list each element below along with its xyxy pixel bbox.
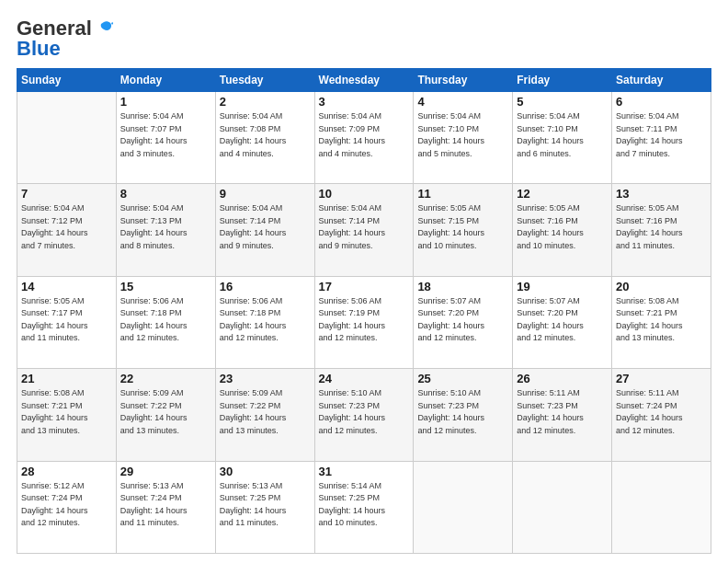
day-number: 27 [616,372,707,385]
calendar-cell: 2Sunrise: 5:04 AMSunset: 7:08 PMDaylight… [215,92,314,184]
day-detail-line: Daylight: 14 hours [220,228,287,237]
day-detail-line: Daylight: 14 hours [417,321,484,330]
day-detail-line: and 12 minutes. [616,426,675,435]
day-detail-line: Sunrise: 5:04 AM [220,203,283,213]
calendar-cell: 25Sunrise: 5:10 AMSunset: 7:23 PMDayligh… [414,369,513,461]
day-detail-line: Daylight: 14 hours [319,321,386,330]
day-detail-line: Sunset: 7:07 PM [120,124,182,133]
day-detail-line: Sunrise: 5:11 AM [616,388,679,397]
day-number: 26 [517,372,608,385]
day-detail-line: Daylight: 14 hours [616,136,683,145]
day-detail-line: Daylight: 14 hours [417,136,484,145]
day-detail: Sunrise: 5:06 AMSunset: 7:19 PMDaylight:… [319,295,410,345]
day-detail-line: Sunset: 7:09 PM [319,124,381,133]
day-detail-line: Sunrise: 5:08 AM [616,296,679,305]
calendar-cell: 18Sunrise: 5:07 AMSunset: 7:20 PMDayligh… [414,276,513,368]
weekday-header-saturday: Saturday [612,69,711,92]
day-detail: Sunrise: 5:07 AMSunset: 7:20 PMDaylight:… [417,295,508,345]
day-detail-line: Sunset: 7:16 PM [616,216,677,225]
day-detail-line: Sunset: 7:11 PM [616,124,677,133]
day-detail-line: Sunrise: 5:14 AM [319,481,382,490]
day-detail-line: Sunrise: 5:09 AM [220,388,283,397]
day-detail-line: Sunset: 7:14 PM [319,216,381,225]
calendar-cell: 20Sunrise: 5:08 AMSunset: 7:21 PMDayligh… [612,276,711,368]
day-detail: Sunrise: 5:04 AMSunset: 7:14 PMDaylight:… [319,202,410,252]
day-detail-line: Daylight: 14 hours [319,413,386,422]
day-detail-line: Sunrise: 5:12 AM [21,481,85,490]
day-detail-line: Sunrise: 5:04 AM [417,111,481,121]
day-detail-line: and 6 minutes. [517,149,571,158]
day-detail-line: Sunset: 7:24 PM [21,493,83,502]
day-detail-line: Daylight: 14 hours [220,506,287,515]
day-detail-line: Sunset: 7:21 PM [616,308,677,317]
day-detail-line: and 12 minutes. [220,333,279,342]
day-number: 14 [21,280,112,293]
day-detail: Sunrise: 5:13 AMSunset: 7:24 PMDaylight:… [120,480,211,530]
day-detail-line: and 13 minutes. [21,426,80,435]
day-detail-line: Sunrise: 5:05 AM [417,203,481,213]
logo-bird-icon [94,18,114,39]
day-number: 11 [417,187,508,201]
day-detail-line: Daylight: 14 hours [417,228,484,237]
day-detail-line: Daylight: 14 hours [21,228,88,237]
day-number: 15 [120,280,211,293]
day-number: 19 [517,280,608,293]
day-number: 16 [220,280,311,293]
day-detail-line: Daylight: 14 hours [220,413,287,422]
day-number: 24 [319,372,410,385]
day-detail-line: and 7 minutes. [21,241,75,250]
day-detail: Sunrise: 5:04 AMSunset: 7:12 PMDaylight:… [21,202,112,252]
day-detail: Sunrise: 5:14 AMSunset: 7:25 PMDaylight:… [319,480,410,530]
day-detail-line: Sunrise: 5:06 AM [220,296,283,305]
weekday-header-friday: Friday [513,69,612,92]
day-number: 23 [220,372,311,385]
day-detail-line: Sunset: 7:20 PM [517,308,578,317]
calendar-cell: 7Sunrise: 5:04 AMSunset: 7:12 PMDaylight… [17,184,117,276]
day-number: 3 [319,95,410,109]
day-detail-line: and 13 minutes. [120,426,179,435]
day-detail-line: Sunset: 7:23 PM [417,401,479,410]
day-detail: Sunrise: 5:04 AMSunset: 7:14 PMDaylight:… [220,202,311,252]
day-detail: Sunrise: 5:12 AMSunset: 7:24 PMDaylight:… [21,480,112,530]
day-detail-line: and 11 minutes. [120,518,179,527]
day-number: 12 [517,187,608,201]
day-detail-line: Sunset: 7:19 PM [319,308,381,317]
weekday-header-sunday: Sunday [17,69,117,92]
calendar-cell: 28Sunrise: 5:12 AMSunset: 7:24 PMDayligh… [17,461,117,553]
calendar-cell: 19Sunrise: 5:07 AMSunset: 7:20 PMDayligh… [513,276,612,368]
day-detail: Sunrise: 5:10 AMSunset: 7:23 PMDaylight:… [417,387,508,437]
day-detail-line: Sunset: 7:25 PM [319,493,381,502]
calendar-cell [17,92,117,184]
day-detail-line: Sunset: 7:18 PM [220,308,281,317]
calendar-cell: 13Sunrise: 5:05 AMSunset: 7:16 PMDayligh… [612,184,711,276]
day-detail-line: Sunset: 7:22 PM [220,401,281,410]
day-detail-line: and 12 minutes. [21,518,80,527]
day-detail-line: Sunrise: 5:13 AM [220,481,283,490]
day-detail-line: Sunrise: 5:04 AM [517,111,580,121]
day-detail-line: Daylight: 14 hours [220,136,287,145]
day-detail-line: Sunrise: 5:04 AM [319,203,382,213]
day-number: 18 [417,280,508,293]
day-detail-line: Daylight: 14 hours [21,413,88,422]
day-detail: Sunrise: 5:05 AMSunset: 7:17 PMDaylight:… [21,295,112,345]
day-detail-line: Daylight: 14 hours [517,413,584,422]
day-detail-line: and 12 minutes. [517,426,575,435]
day-detail-line: and 13 minutes. [220,426,279,435]
day-number: 10 [319,187,410,201]
day-detail: Sunrise: 5:08 AMSunset: 7:21 PMDaylight:… [616,295,707,345]
day-detail-line: Sunrise: 5:08 AM [21,388,85,397]
calendar-cell: 1Sunrise: 5:04 AMSunset: 7:07 PMDaylight… [116,92,215,184]
day-detail: Sunrise: 5:10 AMSunset: 7:23 PMDaylight:… [319,387,410,437]
day-number: 4 [417,95,508,109]
day-detail-line: and 12 minutes. [417,426,476,435]
day-detail-line: Sunset: 7:10 PM [517,124,578,133]
day-detail-line: Daylight: 14 hours [517,228,584,237]
day-detail-line: Sunset: 7:25 PM [220,493,281,502]
day-detail-line: Daylight: 14 hours [616,321,683,330]
day-detail-line: Sunset: 7:10 PM [417,124,479,133]
day-detail-line: Sunset: 7:23 PM [319,401,381,410]
day-detail-line: and 11 minutes. [616,241,675,250]
day-number: 29 [120,465,211,478]
day-detail-line: Daylight: 14 hours [319,506,386,515]
day-detail-line: and 3 minutes. [120,149,175,158]
